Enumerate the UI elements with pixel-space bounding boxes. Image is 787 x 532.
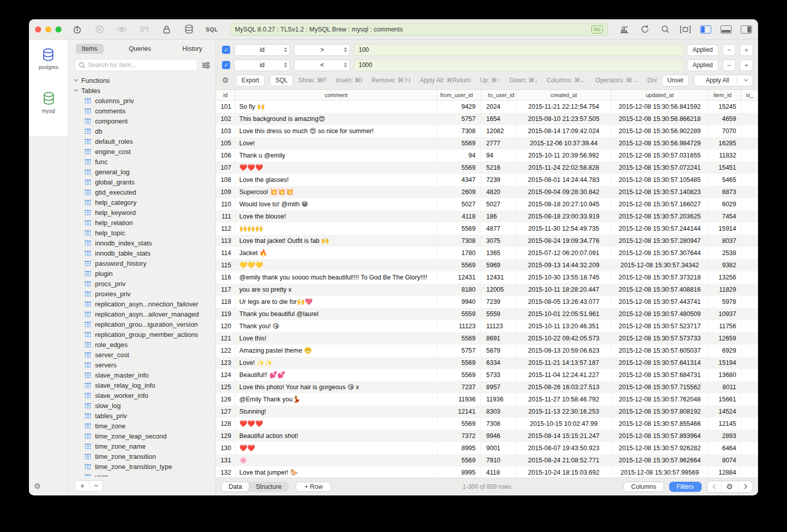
filter-value-input[interactable] bbox=[354, 44, 683, 56]
item-search-field[interactable] bbox=[75, 59, 198, 71]
chart-icon[interactable] bbox=[619, 24, 630, 35]
sidebar-table-item[interactable]: slave_master_info bbox=[74, 370, 215, 380]
table-row[interactable]: 115💛💛💛556959692015-09-13 14:44:32.209201… bbox=[216, 259, 758, 271]
table-row[interactable]: 126@Emily Thank you💃11936119362015-11-27… bbox=[216, 393, 758, 405]
column-header-comment[interactable]: comment bbox=[235, 90, 437, 100]
filter-field-select[interactable]: id bbox=[234, 59, 290, 71]
table-row[interactable]: 127Stunning!1214183032015-11-13 22:30:16… bbox=[216, 405, 758, 418]
table-row[interactable]: 119Thank you beautiful @laurel5559555920… bbox=[216, 308, 758, 320]
filter-applied-button[interactable]: Applied bbox=[687, 59, 718, 71]
sidebar-table-item[interactable]: role_edges bbox=[74, 339, 215, 350]
filter-checkbox[interactable]: ✓ bbox=[222, 46, 230, 54]
filter-gear-icon[interactable]: ⚙ bbox=[222, 76, 229, 85]
filter-add-button[interactable]: + bbox=[740, 44, 753, 56]
sidebar-table-item[interactable]: help_keyword bbox=[74, 207, 215, 217]
column-header-updated_at[interactable]: updated_at bbox=[611, 90, 709, 100]
columns-button[interactable]: Columns bbox=[623, 482, 664, 492]
sidebar-table-item[interactable]: columns_priv bbox=[74, 96, 215, 106]
export-button[interactable]: Export bbox=[236, 75, 265, 86]
tab-structure[interactable]: Structure bbox=[246, 482, 289, 492]
sidebar-table-item[interactable]: server_cost bbox=[74, 350, 215, 360]
table-row[interactable]: 130❤️❤️899590012015-08-07 19:43:50.92320… bbox=[216, 442, 758, 454]
disconnect-icon[interactable] bbox=[94, 24, 105, 35]
filter-operator-select[interactable]: > bbox=[294, 44, 350, 56]
table-row[interactable]: 125Love this photo! Your hair is gorgeou… bbox=[216, 381, 758, 393]
table-row[interactable]: 107❤️❤️❤️556952162015-11-24 22:02:58.828… bbox=[216, 162, 758, 174]
commit-list-icon[interactable] bbox=[139, 24, 150, 35]
sidebar-table-item[interactable]: time_zone bbox=[74, 421, 215, 431]
filter-remove-button[interactable]: − bbox=[722, 44, 736, 56]
zoom-window-button[interactable] bbox=[55, 26, 61, 33]
toggle-left-panel-icon[interactable] bbox=[700, 25, 711, 34]
sidebar-table-item[interactable]: component bbox=[74, 116, 215, 126]
sidebar-table-item[interactable]: slave_relay_log_info bbox=[74, 380, 215, 390]
column-header-from_user_id[interactable]: from_user_id bbox=[437, 90, 481, 100]
sql-editor-button[interactable]: SQL bbox=[206, 26, 218, 33]
section-functions[interactable]: Functions bbox=[74, 75, 215, 85]
table-row[interactable]: 122Amazing pastel theme 😬575758792015-08… bbox=[216, 345, 758, 357]
sidebar-table-item[interactable]: replication_asyn...nnection_failover bbox=[74, 299, 215, 309]
table-row[interactable]: 132Love that jumper! 🐎899541182015-10-24… bbox=[216, 466, 758, 478]
next-page-button[interactable] bbox=[738, 481, 752, 492]
sidebar-table-item[interactable]: tables_priv bbox=[74, 411, 215, 421]
column-header-created_at[interactable]: created_at bbox=[517, 90, 611, 100]
table-row[interactable]: 118Ur legs are to die for🙌💖994072392015-… bbox=[216, 296, 758, 308]
sidebar-table-item[interactable]: time_zone_name bbox=[74, 441, 215, 451]
sidebar-table-item[interactable]: proxies_priv bbox=[74, 289, 215, 299]
column-header-id[interactable]: id bbox=[216, 90, 235, 100]
sidebar-table-item[interactable]: time_zone_leap_second bbox=[74, 431, 215, 441]
sidebar-table-item[interactable]: db bbox=[74, 126, 215, 136]
sidebar-table-item[interactable]: innodb_table_stats bbox=[74, 248, 215, 258]
table-row[interactable]: 128❤️❤️❤️556973082015-10-15 10:02:47.992… bbox=[216, 418, 758, 430]
search-input[interactable] bbox=[88, 61, 194, 69]
apply-all-button[interactable]: Apply All bbox=[694, 75, 753, 86]
table-row[interactable]: 113Love that jacket! Outfit is fab 🙌7308… bbox=[216, 235, 758, 247]
table-row[interactable]: 129Beautiful action shot!737299462015-08… bbox=[216, 430, 758, 442]
column-header-is_[interactable]: is_ bbox=[741, 90, 758, 100]
section-tables[interactable]: Tables bbox=[74, 85, 215, 96]
table-row[interactable]: 117you are so pretty x8180120052015-10-1… bbox=[216, 284, 758, 296]
table-row[interactable]: 102This background is amazing😍5757165420… bbox=[216, 113, 758, 125]
filter-add-button[interactable]: + bbox=[740, 59, 753, 71]
sidebar-table-item[interactable]: help_relation bbox=[74, 217, 215, 228]
sidebar-table-item[interactable]: replication_grou...iguration_version bbox=[74, 319, 215, 329]
sidebar-table-item[interactable]: slave_worker_info bbox=[74, 390, 215, 400]
connection-icon[interactable] bbox=[72, 24, 83, 35]
close-window-button[interactable] bbox=[35, 26, 41, 33]
tab-data[interactable]: Data bbox=[221, 482, 249, 492]
filter-remove-button[interactable]: − bbox=[722, 59, 736, 71]
sidebar-table-item[interactable]: engine_cost bbox=[74, 146, 215, 157]
sidebar-table-item[interactable]: gtid_executed bbox=[74, 187, 215, 197]
add-item-split-button[interactable]: + bbox=[75, 480, 103, 491]
tab-history[interactable]: History bbox=[176, 44, 208, 54]
table-row[interactable]: 111Love the blouse!41181862015-08-18 23:… bbox=[216, 210, 758, 223]
column-header-item_id[interactable]: item_id bbox=[709, 90, 741, 100]
table-row[interactable]: 131🌸556979102015-08-24 21:08:52.7712015-… bbox=[216, 454, 758, 466]
sidebar-table-item[interactable]: user bbox=[74, 472, 215, 477]
table-row[interactable]: 103Love this dress so much 😍 so nice for… bbox=[216, 125, 758, 137]
search-icon[interactable] bbox=[659, 24, 671, 35]
sidebar-table-item[interactable]: time_zone_transition_type bbox=[74, 461, 215, 472]
prev-page-button[interactable] bbox=[707, 481, 721, 492]
column-header-to_user_id[interactable]: to_user_id bbox=[481, 90, 517, 100]
sidebar-table-item[interactable]: replication_asyn...ailover_managed bbox=[74, 309, 215, 319]
sidebar-table-item[interactable]: comments bbox=[74, 106, 215, 116]
filters-button[interactable]: Filters bbox=[669, 482, 702, 492]
sidebar-table-item[interactable]: servers bbox=[74, 360, 215, 370]
toggle-bottom-panel-icon[interactable] bbox=[720, 25, 732, 34]
add-item-dropdown[interactable] bbox=[90, 484, 103, 487]
sql-button[interactable]: SQL bbox=[270, 75, 293, 86]
sidebar-table-item[interactable]: time_zone_transition bbox=[74, 451, 215, 461]
table-row[interactable]: 114Jacket 🔥178013652015-07-12 06:20:07.0… bbox=[216, 247, 758, 259]
sidebar-table-item[interactable]: func bbox=[74, 157, 215, 167]
sidebar-table-item[interactable]: password_history bbox=[74, 258, 215, 268]
database-icon[interactable] bbox=[183, 24, 195, 35]
minimize-window-button[interactable] bbox=[45, 26, 51, 33]
sidebar-table-item[interactable]: replication_group_member_actions bbox=[74, 329, 215, 339]
filter-value-input[interactable] bbox=[354, 59, 683, 71]
table-row[interactable]: 101So fly 🙌942920242015-11-21 22:12:54.7… bbox=[216, 101, 758, 113]
filter-operator-select[interactable]: < bbox=[294, 59, 350, 71]
table-row[interactable]: 105Love!556927772015-12-06 10:37:39.4420… bbox=[216, 137, 758, 149]
add-row-button[interactable]: + Row bbox=[296, 482, 331, 492]
tab-items[interactable]: Items bbox=[76, 44, 104, 54]
